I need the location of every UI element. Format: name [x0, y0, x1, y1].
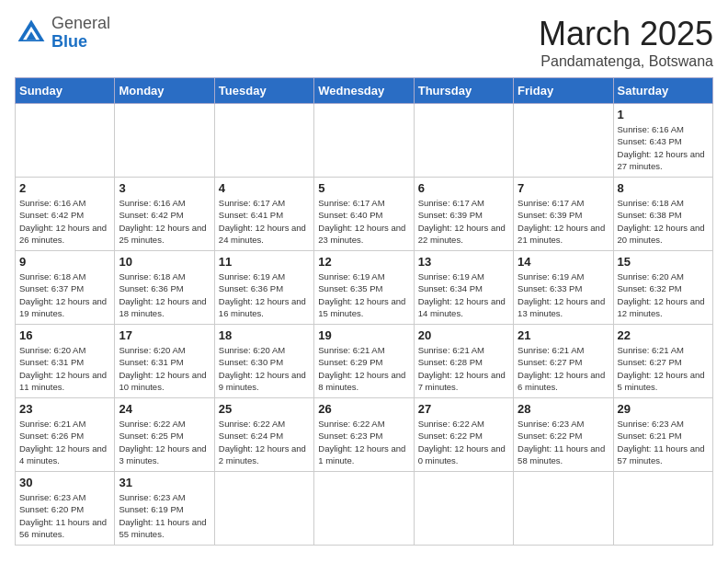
calendar-cell [514, 472, 613, 546]
day-number: 16 [19, 328, 110, 342]
header-day-wednesday: Wednesday [314, 78, 414, 104]
day-info: Sunrise: 6:19 AM Sunset: 6:36 PM Dayligh… [219, 270, 310, 319]
day-info: Sunrise: 6:18 AM Sunset: 6:38 PM Dayligh… [618, 197, 709, 246]
day-info: Sunrise: 6:23 AM Sunset: 6:22 PM Dayligh… [518, 418, 609, 466]
day-info: Sunrise: 6:20 AM Sunset: 6:32 PM Dayligh… [618, 270, 709, 319]
calendar-cell: 3Sunrise: 6:16 AM Sunset: 6:42 PM Daylig… [115, 178, 214, 251]
day-number: 31 [119, 476, 210, 489]
calendar-cell: 15Sunrise: 6:20 AM Sunset: 6:32 PM Dayli… [613, 251, 712, 325]
day-number: 20 [418, 328, 509, 342]
month-title: March 2025 [539, 15, 713, 53]
day-number: 13 [418, 255, 509, 269]
day-number: 3 [119, 181, 210, 195]
calendar: SundayMondayTuesdayWednesdayThursdayFrid… [15, 77, 713, 546]
day-info: Sunrise: 6:21 AM Sunset: 6:28 PM Dayligh… [418, 344, 509, 393]
day-number: 30 [19, 476, 110, 489]
day-number: 4 [219, 181, 310, 195]
calendar-cell: 13Sunrise: 6:19 AM Sunset: 6:34 PM Dayli… [414, 251, 513, 325]
day-info: Sunrise: 6:16 AM Sunset: 6:42 PM Dayligh… [19, 197, 110, 246]
calendar-header: SundayMondayTuesdayWednesdayThursdayFrid… [16, 78, 713, 104]
day-number: 23 [19, 402, 110, 416]
day-info: Sunrise: 6:21 AM Sunset: 6:27 PM Dayligh… [618, 344, 709, 393]
calendar-cell: 26Sunrise: 6:22 AM Sunset: 6:23 PM Dayli… [314, 398, 414, 472]
logo-text: General Blue [51, 15, 110, 52]
calendar-cell: 14Sunrise: 6:19 AM Sunset: 6:33 PM Dayli… [514, 251, 613, 325]
calendar-cell: 12Sunrise: 6:19 AM Sunset: 6:35 PM Dayli… [314, 251, 414, 325]
day-info: Sunrise: 6:20 AM Sunset: 6:31 PM Dayligh… [119, 344, 210, 393]
day-number: 14 [518, 255, 609, 269]
day-number: 25 [219, 402, 310, 416]
day-info: Sunrise: 6:19 AM Sunset: 6:35 PM Dayligh… [318, 270, 409, 319]
day-number: 10 [119, 255, 210, 269]
day-number: 28 [518, 402, 609, 416]
calendar-cell [214, 104, 313, 178]
day-number: 7 [518, 181, 609, 195]
day-number: 12 [318, 255, 409, 269]
calendar-cell: 25Sunrise: 6:22 AM Sunset: 6:24 PM Dayli… [214, 398, 313, 472]
calendar-body: 1Sunrise: 6:16 AM Sunset: 6:43 PM Daylig… [16, 104, 713, 546]
calendar-cell: 2Sunrise: 6:16 AM Sunset: 6:42 PM Daylig… [16, 178, 115, 251]
calendar-cell [414, 472, 513, 546]
day-info: Sunrise: 6:17 AM Sunset: 6:41 PM Dayligh… [219, 197, 310, 246]
calendar-cell: 5Sunrise: 6:17 AM Sunset: 6:40 PM Daylig… [314, 178, 414, 251]
day-number: 27 [418, 402, 509, 416]
day-info: Sunrise: 6:16 AM Sunset: 6:42 PM Dayligh… [119, 197, 210, 246]
calendar-cell: 17Sunrise: 6:20 AM Sunset: 6:31 PM Dayli… [115, 325, 214, 398]
calendar-cell: 9Sunrise: 6:18 AM Sunset: 6:37 PM Daylig… [16, 251, 115, 325]
day-info: Sunrise: 6:21 AM Sunset: 6:27 PM Dayligh… [518, 344, 609, 393]
calendar-cell [16, 104, 115, 178]
day-number: 24 [119, 402, 210, 416]
day-number: 19 [318, 328, 409, 342]
calendar-cell: 23Sunrise: 6:21 AM Sunset: 6:26 PM Dayli… [16, 398, 115, 472]
day-number: 15 [618, 255, 709, 269]
week-row-5: 30Sunrise: 6:23 AM Sunset: 6:20 PM Dayli… [16, 472, 713, 546]
day-number: 9 [19, 255, 110, 269]
week-row-1: 2Sunrise: 6:16 AM Sunset: 6:42 PM Daylig… [16, 178, 713, 251]
day-info: Sunrise: 6:21 AM Sunset: 6:26 PM Dayligh… [19, 418, 110, 466]
day-info: Sunrise: 6:23 AM Sunset: 6:21 PM Dayligh… [618, 418, 709, 466]
calendar-cell: 8Sunrise: 6:18 AM Sunset: 6:38 PM Daylig… [613, 178, 712, 251]
calendar-cell: 24Sunrise: 6:22 AM Sunset: 6:25 PM Dayli… [115, 398, 214, 472]
calendar-cell [613, 472, 712, 546]
calendar-cell: 30Sunrise: 6:23 AM Sunset: 6:20 PM Dayli… [16, 472, 115, 546]
calendar-cell [314, 104, 414, 178]
day-info: Sunrise: 6:18 AM Sunset: 6:37 PM Dayligh… [19, 270, 110, 319]
day-number: 2 [19, 181, 110, 195]
day-number: 1 [618, 108, 709, 121]
calendar-cell: 31Sunrise: 6:23 AM Sunset: 6:19 PM Dayli… [115, 472, 214, 546]
day-info: Sunrise: 6:17 AM Sunset: 6:39 PM Dayligh… [518, 197, 609, 246]
day-info: Sunrise: 6:21 AM Sunset: 6:29 PM Dayligh… [318, 344, 409, 393]
calendar-cell [414, 104, 513, 178]
calendar-cell [214, 472, 313, 546]
day-number: 5 [318, 181, 409, 195]
day-info: Sunrise: 6:17 AM Sunset: 6:39 PM Dayligh… [418, 197, 509, 246]
calendar-cell: 19Sunrise: 6:21 AM Sunset: 6:29 PM Dayli… [314, 325, 414, 398]
day-info: Sunrise: 6:22 AM Sunset: 6:25 PM Dayligh… [119, 418, 210, 466]
day-number: 29 [618, 402, 709, 416]
day-info: Sunrise: 6:20 AM Sunset: 6:31 PM Dayligh… [19, 344, 110, 393]
calendar-cell [314, 472, 414, 546]
calendar-cell: 7Sunrise: 6:17 AM Sunset: 6:39 PM Daylig… [514, 178, 613, 251]
day-number: 17 [119, 328, 210, 342]
day-number: 8 [618, 181, 709, 195]
week-row-3: 16Sunrise: 6:20 AM Sunset: 6:31 PM Dayli… [16, 325, 713, 398]
header-day-saturday: Saturday [613, 78, 712, 104]
day-number: 18 [219, 328, 310, 342]
calendar-cell: 28Sunrise: 6:23 AM Sunset: 6:22 PM Dayli… [514, 398, 613, 472]
header-row: SundayMondayTuesdayWednesdayThursdayFrid… [16, 78, 713, 104]
calendar-cell: 27Sunrise: 6:22 AM Sunset: 6:22 PM Dayli… [414, 398, 513, 472]
day-info: Sunrise: 6:18 AM Sunset: 6:36 PM Dayligh… [119, 270, 210, 319]
day-info: Sunrise: 6:19 AM Sunset: 6:34 PM Dayligh… [418, 270, 509, 319]
day-info: Sunrise: 6:17 AM Sunset: 6:40 PM Dayligh… [318, 197, 409, 246]
day-info: Sunrise: 6:22 AM Sunset: 6:24 PM Dayligh… [219, 418, 310, 466]
calendar-cell: 22Sunrise: 6:21 AM Sunset: 6:27 PM Dayli… [613, 325, 712, 398]
day-info: Sunrise: 6:23 AM Sunset: 6:20 PM Dayligh… [19, 491, 110, 540]
day-info: Sunrise: 6:23 AM Sunset: 6:19 PM Dayligh… [119, 491, 210, 540]
day-number: 22 [618, 328, 709, 342]
logo-icon [15, 17, 48, 50]
week-row-0: 1Sunrise: 6:16 AM Sunset: 6:43 PM Daylig… [16, 104, 713, 178]
header-day-thursday: Thursday [414, 78, 513, 104]
day-number: 11 [219, 255, 310, 269]
calendar-cell: 11Sunrise: 6:19 AM Sunset: 6:36 PM Dayli… [214, 251, 313, 325]
header-day-friday: Friday [514, 78, 613, 104]
